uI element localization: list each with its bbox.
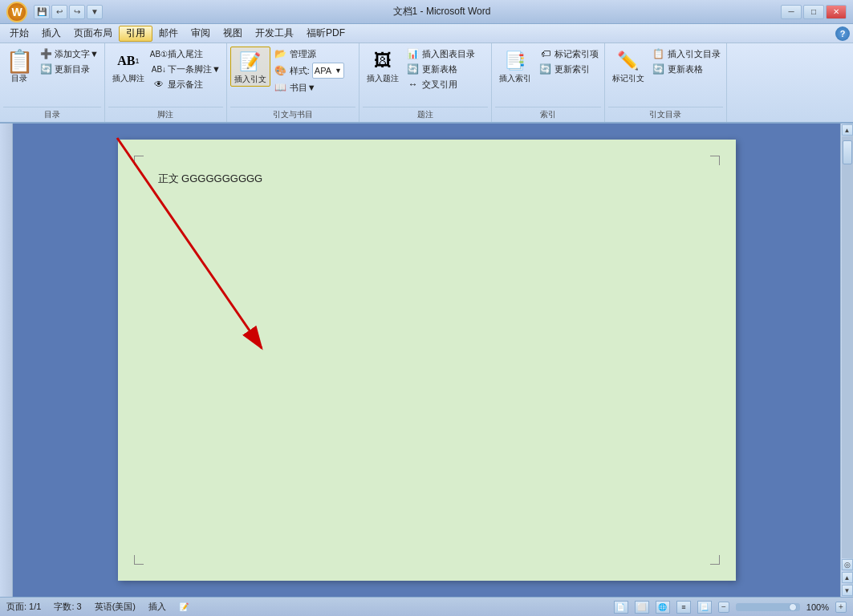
menu-start[interactable]: 开始 <box>3 26 35 42</box>
mark-entry-icon: 🏷 <box>539 47 552 60</box>
insert-toa-icon: ✏️ <box>615 48 641 74</box>
menu-bar: 开始 插入 页面布局 引用 邮件 审阅 视图 开发工具 福昕PDF ? <box>0 24 853 43</box>
zoom-thumb[interactable] <box>789 603 797 611</box>
save-button[interactable]: 💾 <box>34 5 50 19</box>
restore-button[interactable]: □ <box>803 5 824 19</box>
toc-group-label: 目录 <box>3 107 101 122</box>
help-button[interactable]: ? <box>835 26 850 41</box>
select-object-button[interactable]: ◎ <box>842 559 853 570</box>
show-notes-icon: 👁 <box>152 78 165 91</box>
toc-icon: 📋 <box>6 48 32 74</box>
footnotes-small-btns: AB① 插入尾注 AB↓ 下一条脚注▼ 👁 显示备注 <box>150 47 223 91</box>
draft-view-button[interactable]: 📃 <box>697 601 712 614</box>
insert-toa-button[interactable]: ✏️ 标记引文 <box>608 47 648 85</box>
update-table-button[interactable]: 🔄 更新表格 <box>404 62 477 76</box>
insert-table-auth-icon: 📋 <box>652 47 665 60</box>
bibliography-label: 书目▼ <box>290 82 316 94</box>
index-group-content: 📑 插入索引 🏷 标记索引项 🔄 更新索引 <box>495 47 601 107</box>
scroll-track[interactable] <box>842 136 853 558</box>
update-toc-icon: 🔄 <box>39 63 52 75</box>
fullscreen-view-button[interactable]: ⬜ <box>635 601 649 614</box>
insert-caption-button[interactable]: 🖼 插入题注 <box>363 47 403 85</box>
menu-foxitpdf[interactable]: 福昕PDF <box>300 26 351 42</box>
zoom-plus-button[interactable]: + <box>835 602 847 613</box>
style-select[interactable]: APA ▼ <box>312 63 344 79</box>
add-text-icon: ➕ <box>39 47 52 60</box>
corner-bl <box>134 555 144 565</box>
update-toc-label: 更新目录 <box>55 63 90 75</box>
track-changes-icon: 📝 <box>179 602 189 611</box>
insert-table-auth-button[interactable]: 📋 插入引文目录 <box>650 47 723 61</box>
left-ruler <box>0 124 13 597</box>
toc-button[interactable]: 📋 目录 <box>3 47 35 85</box>
menu-references[interactable]: 引用 <box>119 26 152 42</box>
page-content[interactable]: 正文 GGGGGGGGGG <box>158 172 696 186</box>
quick-access-dropdown[interactable]: ▼ <box>87 5 103 19</box>
insert-endnote-label: 插入尾注 <box>168 48 203 60</box>
add-text-label: 添加文字▼ <box>55 48 99 60</box>
insert-footnote-button[interactable]: AB1 插入脚注 <box>108 47 148 85</box>
menu-developer[interactable]: 开发工具 <box>249 26 300 42</box>
prev-page-button[interactable]: ▲ <box>842 572 853 583</box>
print-view-button[interactable]: 📄 <box>614 601 628 614</box>
index-group-label: 索引 <box>495 107 601 122</box>
style-value: APA <box>315 66 331 75</box>
style-dropdown-btn[interactable]: 🎨 样式: APA ▼ <box>272 62 347 79</box>
cross-ref-icon: ↔ <box>407 78 420 91</box>
close-button[interactable]: ✕ <box>826 5 847 19</box>
manage-sources-button[interactable]: 📂 管理源 <box>272 47 347 61</box>
web-view-button[interactable]: 🌐 <box>656 601 670 614</box>
toc-group-content: 📋 目录 ➕ 添加文字▼ 🔄 更新目录 <box>3 47 101 107</box>
insert-index-button[interactable]: 📑 插入索引 <box>495 47 535 85</box>
update-index-button[interactable]: 🔄 更新索引 <box>537 62 601 76</box>
update-table-icon: 🔄 <box>407 63 420 75</box>
menu-review[interactable]: 审阅 <box>185 26 217 42</box>
next-footnote-icon: AB↓ <box>152 63 165 75</box>
office-button[interactable]: W <box>6 2 27 22</box>
document-page[interactable]: 正文 GGGGGGGGGG <box>118 140 736 581</box>
update-toa-button[interactable]: 🔄 更新表格 <box>650 62 723 76</box>
cross-ref-label: 交叉引用 <box>422 79 457 91</box>
redo-button[interactable]: ↪ <box>69 5 85 19</box>
title-bar: W 💾 ↩ ↪ ▼ 文档1 - Microsoft Word ─ □ ✕ <box>0 0 853 24</box>
menu-view[interactable]: 视图 <box>217 26 249 42</box>
table-of-authorities-group: ✏️ 标记引文 📋 插入引文目录 🔄 更新表格 引文目录 <box>605 43 727 122</box>
zoom-slider[interactable] <box>736 603 800 611</box>
citations-group-content: 📝 插入引文 📂 管理源 🎨 样式: APA ▼ 📖 <box>230 47 355 107</box>
update-toa-label: 更新表格 <box>668 63 703 75</box>
insert-citation-icon: 📝 <box>238 49 263 75</box>
show-notes-button[interactable]: 👁 显示备注 <box>150 77 223 91</box>
scroll-up-button[interactable]: ▲ <box>842 124 853 136</box>
footnotes-group-content: AB1 插入脚注 AB① 插入尾注 AB↓ 下一条脚注▼ 👁 显示备注 <box>108 47 223 107</box>
manage-sources-label: 管理源 <box>290 48 316 60</box>
menu-pagelayout[interactable]: 页面布局 <box>67 26 119 42</box>
toc-group: 📋 目录 ➕ 添加文字▼ 🔄 更新目录 目录 <box>0 43 105 122</box>
title-bar-left: W 💾 ↩ ↪ ▼ <box>6 2 103 22</box>
insert-citation-button[interactable]: 📝 插入引文 <box>230 47 270 87</box>
update-toc-button[interactable]: 🔄 更新目录 <box>37 62 101 76</box>
edit-mode: 插入 <box>148 601 166 613</box>
window-controls: ─ □ ✕ <box>781 5 847 19</box>
zoom-level: 100% <box>806 602 829 612</box>
zoom-minus-button[interactable]: − <box>718 602 729 613</box>
insert-table-of-figures-button[interactable]: 📊 插入图表目录 <box>404 47 477 61</box>
add-text-button[interactable]: ➕ 添加文字▼ <box>37 47 101 61</box>
document-area: 正文 GGGGGGGGGG <box>13 124 840 597</box>
next-page-button[interactable]: ▼ <box>842 585 853 596</box>
insert-index-label: 插入索引 <box>499 74 531 83</box>
insert-endnote-button[interactable]: AB① 插入尾注 <box>150 47 223 61</box>
corner-br <box>710 555 720 565</box>
minimize-button[interactable]: ─ <box>781 5 802 19</box>
menu-insert[interactable]: 插入 <box>35 26 67 42</box>
mark-entry-button[interactable]: 🏷 标记索引项 <box>537 47 601 61</box>
footnotes-group-label: 脚注 <box>108 107 223 122</box>
scroll-thumb[interactable] <box>843 140 852 164</box>
undo-button[interactable]: ↩ <box>51 5 67 19</box>
bibliography-button[interactable]: 📖 书目▼ <box>272 80 347 95</box>
cross-reference-button[interactable]: ↔ 交叉引用 <box>404 77 477 91</box>
mark-entry-label: 标记索引项 <box>554 48 599 60</box>
toa-small-btns: 📋 插入引文目录 🔄 更新表格 <box>650 47 723 76</box>
outline-view-button[interactable]: ≡ <box>676 601 691 614</box>
menu-mailings[interactable]: 邮件 <box>152 26 185 42</box>
next-footnote-button[interactable]: AB↓ 下一条脚注▼ <box>150 62 223 76</box>
